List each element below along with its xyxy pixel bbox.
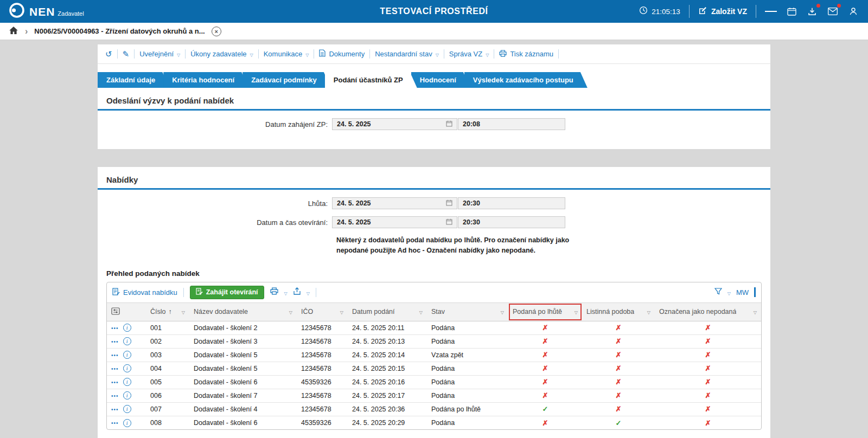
breadcrumb-record[interactable]: N006/25/V00004963 - Zřízení datových okr… <box>34 27 205 35</box>
view-caret-icon[interactable] <box>727 287 731 297</box>
calendar-icon[interactable] <box>446 199 452 208</box>
print-table-icon[interactable] <box>270 287 278 297</box>
row-info-icon[interactable] <box>123 405 131 413</box>
column-header-number[interactable]: Číslo <box>146 302 189 321</box>
column-header-ico[interactable]: IČO <box>297 302 348 321</box>
column-chooser-cell[interactable] <box>107 302 146 321</box>
column-header-supplier[interactable]: Název dodavatele <box>189 302 297 321</box>
row-menu-icon[interactable] <box>111 324 119 332</box>
register-offer-button[interactable]: Evidovat nabídku <box>112 288 177 297</box>
row-menu-icon[interactable] <box>111 419 119 427</box>
filter-caret-icon[interactable] <box>754 308 757 315</box>
cell-status: Vzata zpět <box>427 348 508 362</box>
filter-funnel-icon[interactable] <box>714 287 722 297</box>
separator <box>444 49 444 59</box>
export-icon[interactable] <box>293 287 301 297</box>
opening-time-input[interactable]: 20:30 <box>458 216 565 228</box>
column-header-status[interactable]: Stav <box>427 302 508 321</box>
cell-not-submitted-mark: ✗ <box>655 416 761 429</box>
opening-date-input[interactable]: 24. 5. 2025 <box>332 216 457 228</box>
cell-ico: 45359326 <box>297 375 348 389</box>
table-row[interactable]: 006 Dodavatel - školení 7 12345678 24. 5… <box>107 389 761 402</box>
calendar-icon[interactable] <box>446 218 452 227</box>
column-header-not-submitted[interactable]: Označena jako nepodaná <box>655 302 761 321</box>
calendar-icon[interactable] <box>446 120 452 128</box>
clock: 21:05:13 <box>639 6 680 17</box>
menu-nestandardni-stav[interactable]: Nestandardní stav <box>375 50 439 58</box>
row-menu-icon[interactable] <box>111 405 119 413</box>
print-caret-icon[interactable] <box>284 287 288 297</box>
cell-status: Podána <box>427 321 508 334</box>
filter-caret-icon[interactable] <box>501 308 504 315</box>
column-header-late[interactable]: Podaná po lhůtě <box>508 302 582 321</box>
row-menu-icon[interactable] <box>111 351 119 359</box>
cell-late-mark: ✗ <box>508 348 582 362</box>
menu-sprava-vz[interactable]: Správa VZ <box>449 50 489 58</box>
menu-icon[interactable] <box>765 5 777 17</box>
table-row[interactable]: 004 Dodavatel - školení 5 12345678 24. 5… <box>107 362 761 375</box>
row-menu-icon[interactable] <box>111 392 119 400</box>
tab-zadavaci-podminky[interactable]: Zadávací podmínky <box>242 72 331 88</box>
column-header-paper[interactable]: Listinná podoba <box>582 302 655 321</box>
cell-late-mark: ✗ <box>508 416 582 429</box>
row-info-icon[interactable] <box>123 337 131 345</box>
cell-paper-mark: ✗ <box>582 334 655 348</box>
sort-ascending-icon[interactable] <box>168 308 171 315</box>
deadline-time-input[interactable]: 20:30 <box>458 197 565 209</box>
row-info-icon[interactable] <box>123 378 131 386</box>
create-vz-button[interactable]: Založit VZ <box>698 6 747 17</box>
close-record-icon[interactable] <box>212 27 221 36</box>
row-info-icon[interactable] <box>123 324 131 332</box>
row-info-icon[interactable] <box>123 351 131 359</box>
menu-dokumenty[interactable]: Dokumenty <box>319 49 365 59</box>
filter-caret-icon[interactable] <box>182 308 185 315</box>
cell-supplier: Dodavatel - školení 7 <box>189 389 297 402</box>
table-row[interactable]: 003 Dodavatel - školení 5 12345678 24. 5… <box>107 348 761 362</box>
row-menu-icon[interactable] <box>111 338 119 345</box>
filter-caret-icon[interactable] <box>575 308 578 315</box>
field-label-opening: Datum a čas otevírání: <box>98 218 332 227</box>
filter-caret-icon[interactable] <box>647 308 650 315</box>
menu-komunikace[interactable]: Komunikace <box>264 50 309 58</box>
nen-logo[interactable]: NEN Zadavatel <box>9 2 84 21</box>
table-row[interactable]: 007 Dodavatel - školení 4 12345678 24. 5… <box>107 402 761 416</box>
start-time-input[interactable]: 20:08 <box>458 118 565 130</box>
tab-kriteria-hodnoceni[interactable]: Kritéria hodnocení <box>163 72 248 88</box>
tab-hodnoceni[interactable]: Hodnocení <box>411 72 470 88</box>
cell-not-submitted-mark: ✗ <box>655 362 761 375</box>
menu-tisk-zaznamu[interactable]: Tisk záznamu <box>499 50 553 59</box>
compose-icon <box>698 6 707 17</box>
row-info-icon[interactable] <box>123 391 131 400</box>
tab-zakladni-udaje[interactable]: Základní údaje <box>98 72 169 88</box>
menu-ukony-zadavatele[interactable]: Úkony zadavatele <box>190 50 253 58</box>
user-icon[interactable] <box>847 5 859 17</box>
start-opening-button[interactable]: Zahájit otevírání <box>190 286 264 299</box>
calendar-icon[interactable] <box>786 5 797 17</box>
deadline-date-input[interactable]: 24. 5. 2025 <box>332 197 457 209</box>
row-menu-icon[interactable] <box>111 378 119 386</box>
tab-podani-ucastniku-zp[interactable]: Podání účastníků ZP <box>325 72 417 88</box>
table-row[interactable]: 002 Dodavatel - školení 3 12345678 24. 5… <box>107 334 761 348</box>
row-info-icon[interactable] <box>123 419 131 427</box>
export-caret-icon[interactable] <box>307 287 310 297</box>
download-icon[interactable] <box>806 5 818 17</box>
mw-toggle[interactable]: MW <box>736 288 749 297</box>
column-header-submitted[interactable]: Datum podání <box>348 302 427 321</box>
filter-caret-icon[interactable] <box>340 308 343 315</box>
breadcrumb: N006/25/V00004963 - Zřízení datových okr… <box>0 23 868 40</box>
menu-uverejneni[interactable]: Uveřejnění <box>139 50 180 58</box>
table-row[interactable]: 008 Dodavatel - školení 6 45359326 24. 5… <box>107 416 761 429</box>
tab-vysledek-zadavaciho-postupu[interactable]: Výsledek zadávacího postupu <box>464 72 588 88</box>
edit-pencil-icon[interactable]: ✎ <box>123 50 130 58</box>
home-icon[interactable] <box>9 26 18 37</box>
table-row[interactable]: 005 Dodavatel - školení 6 45359326 24. 5… <box>107 375 761 389</box>
row-info-icon[interactable] <box>123 364 131 372</box>
section-title-offers: Nabídky <box>98 167 770 190</box>
history-icon[interactable]: ↺ <box>105 50 112 58</box>
start-date-input[interactable]: 24. 5. 2025 <box>332 118 457 130</box>
filter-caret-icon[interactable] <box>419 308 423 315</box>
table-row[interactable]: 001 Dodavatel - školení 2 12345678 24. 5… <box>107 321 761 334</box>
row-menu-icon[interactable] <box>111 365 119 372</box>
mail-icon[interactable] <box>827 5 839 17</box>
filter-caret-icon[interactable] <box>289 308 292 315</box>
